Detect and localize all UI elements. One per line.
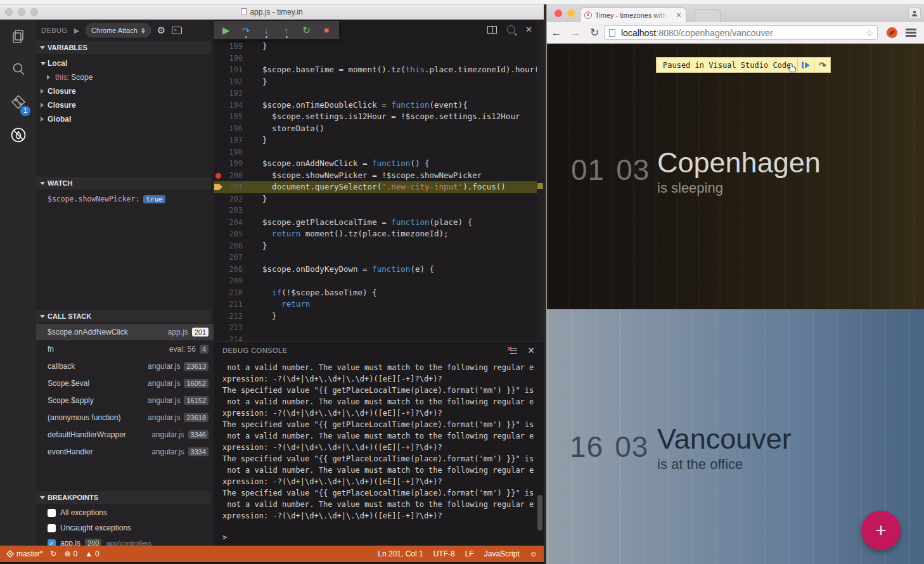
- breakpoint-checkbox[interactable]: [48, 509, 56, 517]
- gutter-margin[interactable]: [214, 76, 224, 88]
- code-line[interactable]: 195 $scope.settings.is12Hour = !$scope.s…: [214, 111, 544, 123]
- gutter-margin[interactable]: [214, 264, 224, 276]
- code-line[interactable]: 196 storeData(): [214, 123, 544, 135]
- sidebar-item-explorer[interactable]: [0, 20, 36, 53]
- variable-row[interactable]: Global: [36, 112, 214, 126]
- gutter-margin[interactable]: [214, 205, 224, 217]
- gutter-margin[interactable]: [214, 123, 224, 135]
- gutter-margin[interactable]: [214, 111, 224, 123]
- variable-row[interactable]: Closure: [36, 98, 214, 112]
- gutter-margin[interactable]: [214, 146, 224, 158]
- code-line[interactable]: 203: [214, 205, 544, 217]
- debugger-step-over-button[interactable]: ↷: [814, 58, 830, 72]
- open-console-icon[interactable]: >: [172, 27, 182, 34]
- step-out-button[interactable]: ↑: [279, 22, 294, 39]
- code-line[interactable]: 214: [214, 334, 544, 342]
- gutter-margin[interactable]: [214, 87, 224, 99]
- call-stack-frame[interactable]: Scope.$evalangular.js16052: [36, 375, 214, 392]
- cursor-position-status[interactable]: Ln 201, Col 1: [378, 549, 423, 558]
- gutter-margin[interactable]: [214, 64, 224, 76]
- breakpoint-checkbox[interactable]: [48, 524, 56, 532]
- back-button[interactable]: ←: [547, 27, 566, 39]
- breakpoints-section-header[interactable]: BREAKPOINTS: [36, 491, 211, 504]
- debugger-resume-button[interactable]: [797, 58, 814, 72]
- reload-button[interactable]: ↻: [585, 26, 604, 39]
- profile-button[interactable]: [908, 8, 921, 19]
- breakpoint-row[interactable]: Uncaught exceptions: [36, 521, 214, 535]
- feedback-smiley-icon[interactable]: ☺: [530, 549, 537, 558]
- code-line[interactable]: 202 }: [214, 193, 544, 205]
- code-line[interactable]: 190: [214, 53, 544, 65]
- gutter-margin[interactable]: [214, 99, 224, 112]
- browser-tab[interactable]: Timey - timezones with a h ✕: [580, 7, 686, 22]
- console-prompt[interactable]: >: [222, 533, 227, 542]
- code-line[interactable]: 204 $scope.getPlaceLocalTime = function(…: [214, 217, 544, 229]
- code-line[interactable]: 189 }: [214, 41, 544, 53]
- gutter-margin[interactable]: [214, 170, 224, 182]
- add-city-fab[interactable]: +: [861, 511, 901, 550]
- eol-status[interactable]: LF: [465, 549, 474, 558]
- breakpoint-dot[interactable]: [215, 173, 221, 179]
- split-editor-icon[interactable]: [487, 26, 497, 34]
- code-line[interactable]: 212 }: [214, 311, 544, 323]
- gutter-margin[interactable]: [214, 134, 224, 146]
- twistie-icon[interactable]: [47, 75, 50, 80]
- errors-status[interactable]: ⊗ 0: [64, 549, 77, 558]
- sidebar-item-debug[interactable]: [0, 119, 36, 151]
- open-preview-icon[interactable]: [507, 25, 515, 34]
- gutter-margin[interactable]: [214, 334, 224, 342]
- code-line[interactable]: 191 $scope.baseTime = moment().tz(this.p…: [214, 64, 544, 76]
- twistie-icon[interactable]: [41, 62, 46, 65]
- variable-row[interactable]: this: Scope: [36, 70, 214, 84]
- warnings-status[interactable]: ▲ 0: [85, 549, 99, 558]
- code-line[interactable]: 192 }: [214, 76, 544, 88]
- gutter-margin[interactable]: [214, 287, 224, 299]
- close-console-icon[interactable]: ✕: [527, 345, 535, 356]
- code-line[interactable]: 207: [214, 252, 544, 264]
- variable-row[interactable]: Local: [36, 56, 214, 70]
- call-stack-frame[interactable]: callbackangular.js23613: [36, 358, 214, 375]
- code-line[interactable]: 210 if(!$scope.baseTime) {: [214, 287, 544, 299]
- call-stack-frame[interactable]: (anonymous function)angular.js23618: [36, 409, 214, 426]
- debug-config-dropdown[interactable]: Chrome Attach: [86, 23, 151, 37]
- city-time[interactable]: 16 03: [570, 430, 648, 464]
- configure-gear-icon[interactable]: ⚙: [157, 25, 165, 36]
- code-line[interactable]: 200 $scope.showNewPicker = !$scope.showN…: [214, 170, 544, 182]
- console-scrollbar-thumb[interactable]: [537, 495, 542, 530]
- gutter-margin[interactable]: [214, 181, 224, 193]
- watch-row[interactable]: $scope.showNewPicker: true: [36, 192, 214, 206]
- stop-button[interactable]: ■: [319, 22, 334, 39]
- gutter-margin[interactable]: [214, 311, 224, 323]
- encoding-status[interactable]: UTF-8: [433, 549, 455, 558]
- gutter-margin[interactable]: [214, 240, 224, 252]
- twistie-icon[interactable]: [41, 89, 44, 94]
- new-tab-button[interactable]: [694, 9, 721, 22]
- gutter-margin[interactable]: [214, 275, 224, 287]
- breakpoint-row[interactable]: ✓app.js200app/controllers: [36, 536, 214, 546]
- bookmark-star-icon[interactable]: ☆: [865, 28, 873, 38]
- start-debug-icon[interactable]: ▶: [74, 27, 79, 35]
- code-line[interactable]: 198: [214, 146, 544, 158]
- git-branch-status[interactable]: master*: [6, 549, 42, 558]
- clear-console-icon[interactable]: ✕: [508, 347, 517, 354]
- call-stack-frame[interactable]: Scope.$applyangular.js16152: [36, 392, 214, 409]
- restart-button[interactable]: ↻: [298, 22, 314, 39]
- call-stack-frame[interactable]: defaultHandlerWrapperangular.js3346: [36, 426, 214, 443]
- variables-section-header[interactable]: VARIABLES: [36, 41, 211, 54]
- menu-icon[interactable]: [906, 27, 916, 39]
- forward-button[interactable]: →: [566, 27, 585, 39]
- call-stack-frame[interactable]: eventHandlerangular.js3334: [36, 444, 214, 460]
- twistie-icon[interactable]: [41, 117, 44, 122]
- gutter-margin[interactable]: [214, 228, 224, 240]
- sync-icon[interactable]: ↻: [50, 549, 56, 558]
- code-line[interactable]: 197 }: [214, 134, 544, 146]
- gutter-margin[interactable]: [214, 252, 224, 264]
- sidebar-item-search[interactable]: [0, 53, 36, 86]
- language-status[interactable]: JavaScript: [484, 549, 520, 558]
- gutter-margin[interactable]: [214, 298, 224, 311]
- breakpoint-row[interactable]: All exceptions: [36, 506, 214, 520]
- variable-row[interactable]: Closure: [36, 84, 214, 98]
- code-line[interactable]: 209: [214, 275, 544, 287]
- call-stack-section-header[interactable]: CALL STACK: [36, 310, 211, 323]
- step-over-button[interactable]: ↷: [238, 22, 253, 39]
